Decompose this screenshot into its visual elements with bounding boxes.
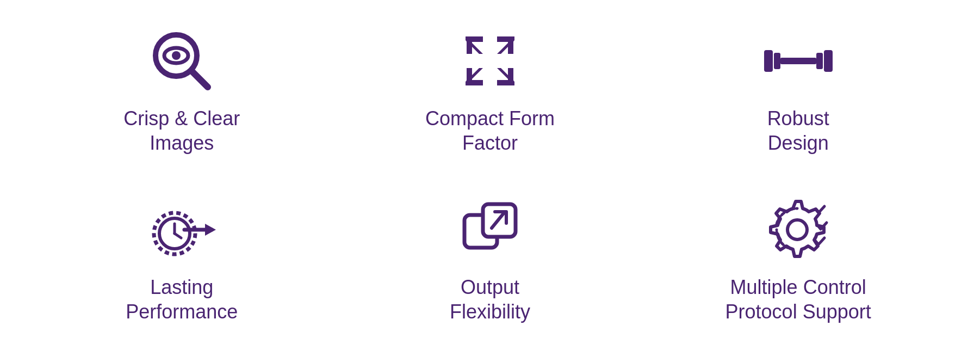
- cell-multiple-control: Multiple Control Protocol Support: [644, 178, 952, 347]
- cell-robust-design: Robust Design: [644, 9, 952, 178]
- compress-arrows-icon: [455, 26, 525, 96]
- cell-output-flexibility: Output Flexibility: [336, 178, 644, 347]
- svg-marker-22: [205, 224, 216, 236]
- magnifier-eye-icon: [146, 26, 217, 96]
- compact-form-label: Compact Form Factor: [425, 106, 555, 155]
- dumbbell-icon: [763, 26, 834, 96]
- multiple-control-label: Multiple Control Protocol Support: [725, 275, 871, 324]
- svg-point-26: [787, 220, 807, 240]
- cell-crisp-clear: Crisp & Clear Images: [28, 9, 336, 178]
- svg-line-20: [175, 234, 181, 238]
- svg-rect-16: [824, 50, 833, 72]
- svg-line-0: [193, 72, 208, 87]
- gear-checks-icon: [763, 194, 834, 265]
- expand-link-icon: [455, 194, 525, 265]
- svg-rect-12: [764, 50, 773, 72]
- clock-speed-icon: [146, 194, 217, 265]
- lasting-performance-label: Lasting Performance: [126, 275, 238, 324]
- svg-rect-15: [816, 53, 823, 69]
- crisp-clear-label: Crisp & Clear Images: [123, 106, 240, 155]
- features-grid: Crisp & Clear Images Compact Form Factor: [28, 9, 952, 347]
- cell-lasting-performance: Lasting Performance: [28, 178, 336, 347]
- svg-point-3: [172, 51, 181, 60]
- output-flexibility-label: Output Flexibility: [450, 275, 530, 324]
- cell-compact-form: Compact Form Factor: [336, 9, 644, 178]
- svg-rect-14: [780, 58, 816, 64]
- robust-design-label: Robust Design: [767, 106, 829, 155]
- svg-rect-13: [774, 53, 780, 69]
